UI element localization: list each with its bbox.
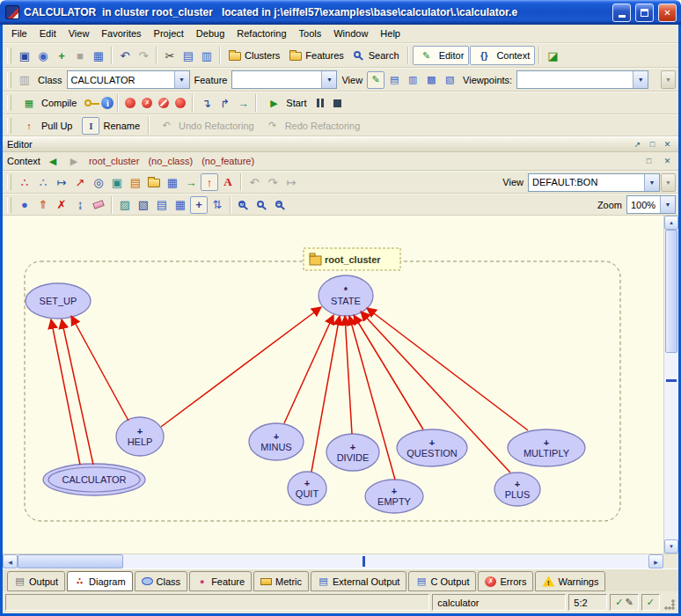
layout-grid-icon[interactable]: ▦: [172, 196, 189, 214]
scroll-down-button[interactable]: ▼: [664, 539, 678, 554]
class-node-PLUS[interactable]: +PLUS: [494, 473, 540, 506]
scroll-right-button[interactable]: ▶: [648, 554, 663, 568]
run-to-cursor-icon[interactable]: →: [234, 94, 252, 112]
class-combo-dropdown-icon[interactable]: ▼: [174, 71, 189, 88]
freeze-key-icon[interactable]: [84, 99, 92, 106]
toolbar-grip[interactable]: [7, 48, 11, 63]
vertical-scrollbar[interactable]: ▲ ▼: [663, 216, 678, 554]
class-node-STATE[interactable]: *STATE: [319, 275, 373, 316]
inherit-edge-HELP-STATE[interactable]: [161, 307, 321, 427]
send-to-icon[interactable]: ▥: [16, 71, 33, 89]
inherit-edge-CALCULATOR-SET_UP[interactable]: [62, 319, 93, 465]
view-flat-contract-icon[interactable]: ▩: [422, 71, 440, 89]
menu-window[interactable]: Window: [327, 26, 374, 41]
remove-breakpoints-icon[interactable]: [142, 98, 152, 108]
save-icon[interactable]: ▦: [90, 47, 107, 64]
toolbar-grip[interactable]: [7, 72, 11, 88]
horizontal-scroll-thumb[interactable]: [18, 554, 123, 568]
add-project-icon[interactable]: +: [53, 47, 70, 64]
close-button[interactable]: ✕: [658, 4, 677, 22]
viewpoints-combo-dropdown-icon[interactable]: ▼: [633, 71, 648, 88]
context-back-icon[interactable]: ◀: [44, 152, 62, 170]
feature-combo[interactable]: ▼: [231, 70, 337, 89]
viewpoints-combo[interactable]: ▼: [516, 70, 648, 89]
toolbar-overflow-dropdown[interactable]: ▼: [661, 70, 676, 89]
horizontal-scrollbar[interactable]: ◀ ▶: [3, 554, 678, 568]
bon-diagram[interactable]: SET_UP*STATE+HELPCALCULATOR+MINUS+DIVIDE…: [3, 216, 663, 554]
new-class-tool-icon[interactable]: ∴: [16, 173, 33, 191]
start-button[interactable]: ▶ Start: [260, 93, 311, 113]
diagram-view-dropdown-icon[interactable]: ▼: [644, 174, 659, 191]
anchor-icon[interactable]: ↨: [71, 196, 89, 214]
menu-file[interactable]: File: [5, 26, 33, 41]
resize-grip[interactable]: [663, 594, 676, 611]
diagram-view-combo[interactable]: DEFAULT:BON ▼: [528, 173, 660, 192]
view-editable-icon[interactable]: ✎: [367, 71, 384, 89]
center-diagram-icon[interactable]: +: [190, 196, 208, 214]
diagram-undo-icon[interactable]: ↶: [245, 173, 263, 191]
tab-c-output[interactable]: ▤C Output: [408, 571, 476, 591]
zoom-dropdown-icon[interactable]: ▼: [660, 196, 675, 213]
crop-diagram-icon[interactable]: ↑: [201, 173, 218, 191]
stop-debug-button[interactable]: [333, 99, 341, 107]
search-button[interactable]: Search: [349, 46, 404, 65]
context-cluster-crumb[interactable]: root_cluster: [86, 156, 142, 166]
diagram-grid-icon[interactable]: ▦: [164, 173, 181, 191]
context-feature-crumb[interactable]: (no_feature): [199, 156, 257, 166]
panel-maximize-icon[interactable]: □: [646, 138, 659, 150]
menu-debug[interactable]: Debug: [190, 26, 231, 41]
open-project-icon[interactable]: ◉: [34, 47, 52, 64]
toolbar-grip[interactable]: [7, 197, 11, 213]
inherit-edge-DIVIDE-STATE[interactable]: [345, 316, 352, 434]
view-contract-icon[interactable]: ▥: [404, 71, 421, 89]
inherit-edge-MINUS-STATE[interactable]: [284, 315, 333, 423]
feature-combo-dropdown-icon[interactable]: ▼: [321, 71, 336, 88]
inherit-edge-CALCULATOR-SET_UP[interactable]: [51, 319, 80, 465]
tab-metric[interactable]: Metric: [253, 571, 309, 591]
toolbar-grip[interactable]: [7, 118, 11, 134]
vertical-scroll-track[interactable]: [664, 230, 678, 539]
menu-refactoring[interactable]: Refactoring: [231, 26, 292, 41]
menu-edit[interactable]: Edit: [33, 26, 62, 41]
panel-float-icon[interactable]: ↗: [631, 138, 644, 150]
redo-icon[interactable]: ↷: [135, 47, 152, 64]
zoom-in-icon[interactable]: [235, 196, 253, 214]
redo-refactoring-button[interactable]: ↷ Redo Refactoring: [260, 116, 365, 136]
stop-icon[interactable]: ■: [71, 47, 89, 64]
diagram-canvas[interactable]: SET_UP*STATE+HELPCALCULATOR+MINUS+DIVIDE…: [3, 216, 663, 554]
undo-refactoring-button[interactable]: ↶ Undo Refactoring: [153, 116, 259, 136]
tab-external-output[interactable]: ▤External Output: [311, 571, 406, 591]
diagram-redo-icon[interactable]: ↷: [264, 173, 282, 191]
context-class-crumb[interactable]: (no_class): [145, 156, 195, 166]
export-image-icon[interactable]: ▤: [127, 173, 144, 191]
inherit-edge-MULTIPLY-STATE[interactable]: [367, 308, 528, 430]
menu-tools[interactable]: Tools: [293, 26, 328, 41]
horizontal-scroll-track[interactable]: [18, 554, 648, 568]
fill-cluster-icon[interactable]: ▨: [116, 196, 134, 214]
class-node-QUIT[interactable]: +QUIT: [288, 472, 326, 505]
class-node-HELP[interactable]: +HELP: [116, 417, 164, 456]
new-cluster-tool-icon[interactable]: ∴: [34, 173, 52, 191]
open-diagram-folder-icon[interactable]: [145, 173, 163, 191]
step-out-icon[interactable]: ↱: [216, 94, 233, 112]
class-node-EMPTY[interactable]: +EMPTY: [365, 480, 423, 513]
external-editor-icon[interactable]: ◪: [544, 47, 561, 64]
class-node-MINUS[interactable]: +MINUS: [249, 423, 304, 460]
toolbar-grip[interactable]: [7, 174, 11, 190]
context-close-icon[interactable]: ✕: [661, 155, 674, 167]
class-combo[interactable]: CALCULATOR ▼: [67, 70, 190, 89]
paste-icon[interactable]: ▥: [198, 47, 216, 64]
force-layout-icon[interactable]: ●: [16, 196, 33, 214]
context-maximize-icon[interactable]: □: [642, 155, 655, 167]
text-tool-icon[interactable]: A: [219, 173, 237, 191]
eraser-icon[interactable]: [90, 196, 107, 214]
tab-output[interactable]: ▤Output: [7, 571, 65, 591]
tab-class[interactable]: Class: [135, 571, 188, 591]
class-node-CALCULATOR[interactable]: CALCULATOR: [43, 464, 145, 495]
tab-errors[interactable]: ✗Errors: [478, 571, 533, 591]
copy-icon[interactable]: ▤: [179, 47, 197, 64]
cluster-label[interactable]: root_cluster: [304, 248, 400, 270]
client-link-tool-icon[interactable]: ↦: [53, 173, 70, 191]
menu-help[interactable]: Help: [374, 26, 406, 41]
new-window-icon[interactable]: ▣: [16, 47, 33, 64]
